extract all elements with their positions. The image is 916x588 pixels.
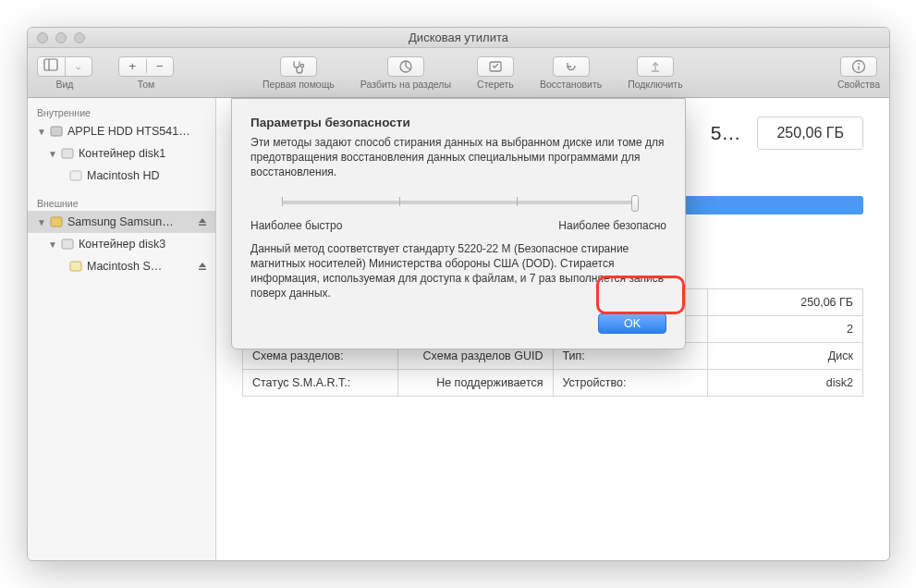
table-row: Статус S.M.A.R.T.: Не поддерживается Уст… [243,370,863,397]
svg-rect-9 [51,127,62,136]
svg-rect-14 [62,239,73,249]
volume-button[interactable]: + − [118,56,174,77]
svg-rect-15 [70,262,81,271]
sidebar-item-container-disk3[interactable]: ▼ Контейнер disk3 [28,233,215,255]
svg-rect-13 [199,225,206,227]
toolbar-firstaid: Первая помощь [263,56,335,90]
zoom-icon[interactable] [74,32,85,43]
toolbar-info: Свойства [837,56,880,90]
mount-button[interactable] [637,56,674,77]
sidebar-item-macintosh-hd[interactable]: Macintosh HD [28,165,215,187]
info-cell-value: 2 [708,316,863,343]
ok-button[interactable]: OK [598,313,666,334]
mount-icon [647,58,664,75]
sidebar-item-external-disk[interactable]: ▼ Samsung Samsun… [28,211,215,233]
sidebar-section-external: Внешние [28,194,215,211]
info-icon [850,58,867,75]
slider-labels: Наиболее быстро Наиболее безопасно [250,219,666,232]
toolbar-erase: Стереть [477,56,514,90]
container-icon [60,146,75,161]
erase-label: Стереть [477,79,514,90]
sidebar-section-internal: Внутренние [28,104,215,120]
svg-rect-10 [62,149,73,158]
mount-label: Подключить [628,79,682,90]
slider-track [282,201,635,204]
sidebar-item-label: Macintosh HD [87,169,215,182]
toolbar-partition: Разбить на разделы [360,56,451,90]
dialog-actions: OK [250,313,666,334]
firstaid-label: Первая помощь [263,79,335,90]
eject-icon[interactable] [197,261,208,272]
disk-name-suffix: 5… [711,122,741,144]
eject-icon[interactable] [197,216,208,227]
sidebar-item-internal-disk[interactable]: ▼ APPLE HDD HTS541… [28,120,215,142]
disclosure-icon[interactable]: ▼ [48,149,56,159]
dialog-title: Параметры безопасности [250,116,666,129]
pie-icon [397,58,414,75]
info-cell-value: Не поддерживается [397,370,553,397]
partition-button[interactable] [387,56,424,77]
erase-button[interactable] [477,56,514,77]
security-slider[interactable] [282,193,635,214]
slider-tick [282,197,283,206]
titlebar: Дисковая утилита [28,28,889,48]
close-icon[interactable] [37,32,48,43]
info-cell-value: Диск [708,343,863,370]
info-cell-label: Устройство: [553,370,708,397]
sidebar-item-label: Контейнер disk3 [79,238,215,251]
hdd-icon [49,124,64,139]
sidebar-icon [38,56,66,76]
toolbar: ⌵ Вид + − Том Первая помощь Разбить на р… [28,48,889,98]
disclosure-icon[interactable]: ▼ [37,217,45,227]
dialog-method-description: Данный метод соответствует стандарту 522… [250,241,666,301]
traffic-lights [28,32,85,43]
info-button[interactable] [840,56,877,77]
svg-rect-11 [70,171,81,180]
disclosure-icon[interactable]: ▼ [48,239,56,250]
sidebar: Внутренние ▼ APPLE HDD HTS541… ▼ Контейн… [28,98,216,560]
volume-icon [68,168,83,183]
svg-point-7 [858,63,860,65]
info-cell-value: 250,06 ГБ [708,289,863,316]
firstaid-button[interactable] [280,56,317,77]
toolbar-view: ⌵ Вид [37,56,92,90]
info-cell-label: Статус S.M.A.R.T.: [243,370,398,397]
plus-icon: + [119,59,147,73]
svg-rect-16 [199,269,206,271]
toolbar-restore: Восстановить [540,56,602,90]
slider-label-secure: Наиболее безопасно [558,219,666,232]
erase-icon [487,58,504,75]
slider-tick [517,197,518,206]
slider-label-fast: Наиболее быстро [250,219,342,232]
stethoscope-icon [290,58,307,75]
disclosure-icon[interactable]: ▼ [37,127,45,137]
restore-button[interactable] [553,56,590,77]
dialog-description: Эти методы задают способ стирания данных… [250,135,666,180]
slider-thumb[interactable] [631,195,639,212]
minus-icon: − [147,59,174,73]
svg-rect-12 [51,217,62,227]
restore-label: Восстановить [540,79,602,90]
volume-label: Том [138,79,155,90]
info-label: Свойства [837,79,880,90]
sidebar-item-macintosh-s[interactable]: Macintosh S… [28,255,215,277]
svg-rect-0 [44,59,57,70]
sidebar-item-label: Контейнер disk1 [79,147,215,160]
volume-icon [68,259,83,274]
restore-arrow-icon [563,58,580,75]
partition-label: Разбить на разделы [360,79,451,90]
view-label: Вид [56,79,74,90]
sidebar-item-label: APPLE HDD HTS541… [67,125,215,138]
sidebar-item-label: Macintosh S… [87,260,193,273]
minimize-icon[interactable] [55,32,67,43]
svg-point-2 [300,64,303,67]
view-button[interactable]: ⌵ [37,56,92,77]
external-hdd-icon [49,214,64,229]
window-title: Дисковая утилита [28,31,889,44]
sidebar-item-container-disk1[interactable]: ▼ Контейнер disk1 [28,142,215,165]
info-cell-value: disk2 [708,370,863,397]
toolbar-mount: Подключить [628,56,682,90]
slider-tick [399,197,400,206]
capacity-box: 250,06 ГБ [757,116,863,150]
container-icon [60,237,75,251]
